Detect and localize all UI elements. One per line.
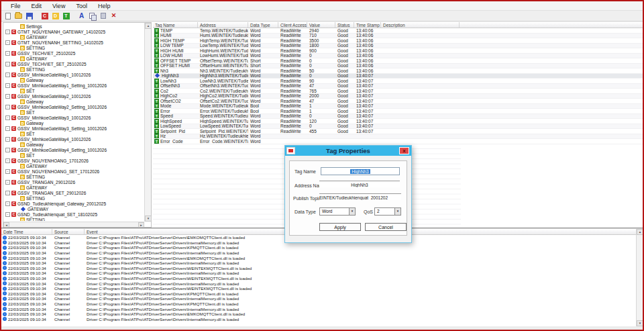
tree-collapse-icon[interactable]: - (5, 105, 10, 109)
cancel-button[interactable]: Cancel (365, 223, 407, 231)
tree-item[interactable]: -CGSND_Tudieukhienquat_Gateway_20012025 (3, 201, 144, 206)
menu-help[interactable]: Help (93, 1, 116, 11)
tree-item[interactable]: DSET (3, 109, 144, 115)
tree-item[interactable]: DGateway (3, 77, 144, 83)
tree-item[interactable]: -CGSSV_MinhkoeGateWay1_10012026 (3, 72, 144, 77)
open-project-button[interactable] (14, 11, 23, 20)
tree-item[interactable]: DSET (3, 88, 144, 93)
menu-tool[interactable]: Tool (70, 1, 93, 11)
tree-item[interactable]: DSETTING (3, 66, 144, 72)
add-device-button[interactable]: D (51, 11, 60, 20)
log-row[interactable]: i22/03/2025 09:10:34ChannelDriver C:\Pro… (1, 301, 636, 307)
tree-item[interactable]: GATEWAY (3, 206, 144, 211)
column-header-data-type[interactable]: Data Type (248, 22, 278, 28)
tree-item[interactable]: -CGSSV_NGUYENHOANG_SET_17012026 (3, 169, 144, 174)
menu-file[interactable]: File (5, 1, 26, 11)
log-column-header-source[interactable]: Source (52, 229, 85, 234)
tree-collapse-icon[interactable]: - (5, 158, 10, 163)
log-column-header-date-time[interactable]: Date Time (1, 229, 52, 234)
tree-collapse-icon[interactable]: - (5, 148, 10, 152)
tree-item[interactable]: DGateway (3, 142, 144, 147)
tree-item[interactable]: DSETTING (3, 174, 144, 179)
scroll-up-icon[interactable]: ▲ (145, 23, 152, 29)
tree-collapse-icon[interactable]: - (5, 62, 10, 66)
save-button[interactable] (25, 11, 34, 20)
log-row[interactable]: i22/03/2025 09:10:34ChannelDriver C:\Pro… (1, 276, 636, 281)
column-header-time-stamp[interactable]: Time Stamp (354, 22, 381, 28)
tree-item[interactable]: -CGSND_Tudieukhienquat_SET_18102025 (3, 211, 144, 217)
tree-item[interactable]: -CGSSV_MinhkoeGateWay4_10012026 (3, 136, 144, 142)
log-row[interactable]: i22/03/2025 09:10:34ChannelDriver C:\Pro… (1, 306, 636, 312)
tree-collapse-icon[interactable]: - (5, 212, 10, 217)
tree-item[interactable]: -CGSSV_NGUYENHOANG_17012026 (3, 158, 144, 163)
tree-collapse-icon[interactable]: - (5, 83, 10, 88)
address-name-input[interactable]: HighNh3 (319, 181, 400, 187)
tree-horizontal-scrollbar[interactable]: ◄ ► (3, 222, 144, 227)
log-row[interactable]: i22/03/2025 09:10:34ChannelDriver C:\Pro… (1, 312, 636, 317)
tree-item[interactable]: -CGSSV_MinhkoeGateWay3_Setting_10012026 (3, 126, 144, 131)
log-vertical-scrollbar[interactable]: ▲ ▼ (636, 229, 643, 326)
tree-collapse-icon[interactable]: - (5, 30, 10, 34)
data-type-select[interactable]: Word▼ (319, 207, 356, 216)
tree-item[interactable]: DSETTING (3, 45, 144, 50)
font-button[interactable]: A (77, 11, 86, 20)
tree-collapse-icon[interactable]: - (5, 137, 10, 142)
column-header-value[interactable]: Value (307, 22, 335, 28)
log-row[interactable]: i22/03/2025 09:10:34ChannelDriver C:\Pro… (1, 317, 636, 322)
tree-collapse-icon[interactable]: - (5, 51, 10, 56)
tree-item[interactable]: -CGSSV_MinhkoeGateWay3_10012026 (3, 115, 144, 120)
export-button[interactable] (99, 11, 107, 20)
tree-item[interactable]: -CGSSV_MinhkoeGateWay2_10012026 (3, 93, 144, 99)
tree-item[interactable]: DGATEWAY (3, 185, 144, 190)
tree-collapse-icon[interactable]: - (5, 201, 10, 206)
log-row[interactable]: i22/03/2025 09:10:34ChannelDriver C:\Pro… (1, 291, 636, 297)
tree-item[interactable]: DSettings (3, 23, 144, 29)
log-row[interactable]: i22/03/2025 09:10:34ChannelDriver C:\Pro… (1, 250, 636, 256)
tree-item[interactable]: DSETTING (3, 195, 144, 201)
tree-item[interactable]: -CGSSV_MinhkoeGateWay1_Setting_10012026 (3, 83, 144, 88)
log-row[interactable]: i22/03/2025 09:10:34ChannelDriver C:\Pro… (1, 281, 636, 286)
tree-item[interactable]: -CGSSV_TECHVIET_25102025 (3, 50, 144, 56)
tree-item[interactable]: -CGSSV_TRANGAN_29012026 (3, 179, 144, 185)
tree-item[interactable]: DGateway (3, 120, 144, 126)
column-header-tag-name[interactable]: Tag Name (153, 22, 198, 28)
tree-collapse-icon[interactable]: - (5, 191, 10, 195)
scroll-right-icon[interactable]: ► (138, 222, 144, 228)
log-row[interactable]: i22/03/2025 09:10:34ChannelDriver C:\Pro… (1, 271, 636, 276)
log-row[interactable]: i22/03/2025 09:10:34ChannelDriver C:\Pro… (1, 255, 636, 261)
tree-collapse-icon[interactable]: - (5, 40, 10, 45)
scroll-down-icon[interactable]: ▼ (637, 320, 643, 326)
close-icon[interactable]: x (399, 147, 409, 154)
delete-button[interactable]: ✕ (109, 11, 118, 20)
log-row[interactable]: i22/03/2025 09:10:34ChannelDriver C:\Pro… (1, 286, 636, 291)
apply-button[interactable]: Apply (319, 223, 361, 231)
tree-item[interactable]: -CGSSV_TECHVIET_SET_25102025 (3, 61, 144, 66)
menu-view[interactable]: View (47, 1, 70, 11)
log-row[interactable]: i22/03/2025 09:10:34ChannelDriver C:\Pro… (1, 261, 636, 266)
tree-collapse-icon[interactable]: - (5, 73, 10, 77)
log-row[interactable]: i22/03/2025 09:10:34ChannelDriver C:\Pro… (1, 296, 636, 301)
tree-collapse-icon[interactable]: - (5, 94, 10, 99)
column-header-address[interactable]: Address (198, 22, 248, 28)
tree-item[interactable]: DGateway (3, 99, 144, 104)
tree-collapse-icon[interactable]: - (5, 126, 10, 131)
log-row[interactable]: i22/03/2025 09:10:34ChannelDriver C:\Pro… (1, 266, 636, 271)
tree-item[interactable]: DSETTING (3, 217, 144, 221)
scroll-up-icon[interactable]: ▲ (637, 229, 643, 235)
add-channel-button[interactable]: C (40, 11, 49, 20)
tree-collapse-icon[interactable]: - (5, 169, 10, 174)
qos-select[interactable]: 2▼ (374, 207, 401, 216)
tree-item[interactable]: -CGSSV_MinhkoeGateWay2_Setting_10012026 (3, 104, 144, 109)
publish-topic-input[interactable]: EINTEK/Tudieukhienquat_2001202 (319, 193, 401, 200)
scroll-left-icon[interactable]: ◄ (3, 222, 9, 228)
tree-item[interactable]: -CGTMT_NGUYENANH_SETTING_14102025 (3, 40, 144, 45)
tree-collapse-icon[interactable]: - (5, 180, 10, 185)
scroll-down-icon[interactable]: ▼ (145, 216, 152, 222)
tree-item[interactable]: DSET (3, 131, 144, 136)
add-tag-button[interactable]: T (62, 11, 70, 20)
column-header-status[interactable]: Status (335, 22, 354, 28)
chevron-down-icon[interactable]: ▼ (349, 208, 355, 215)
new-file-button[interactable] (3, 11, 12, 20)
chevron-down-icon[interactable]: ▼ (394, 208, 400, 215)
tree-item[interactable]: DSET (3, 152, 144, 158)
